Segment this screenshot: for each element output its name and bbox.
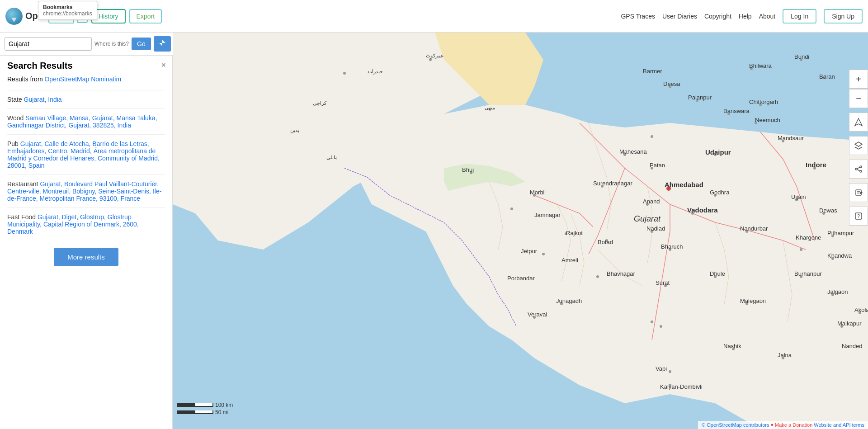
- copyright-link[interactable]: Copyright: [704, 13, 731, 20]
- directions-button[interactable]: [154, 36, 171, 52]
- svg-point-52: [822, 76, 825, 79]
- result-type: Restaurant: [7, 180, 40, 188]
- osm-attribution-link[interactable]: © OpenStreetMap contributors: [702, 422, 769, 428]
- export-button[interactable]: Export: [129, 9, 162, 24]
- list-item: State Gujarat, India: [7, 90, 165, 108]
- svg-point-47: [660, 325, 662, 328]
- svg-point-55: [727, 113, 730, 115]
- donate-link[interactable]: ♥ Make a Donation: [771, 422, 813, 428]
- svg-point-22: [470, 171, 472, 174]
- result-link[interactable]: Gujarat, Calle de Atocha, Barrio de las …: [7, 140, 160, 169]
- svg-point-54: [696, 99, 698, 102]
- layers-button[interactable]: [849, 136, 868, 155]
- svg-point-120: [855, 168, 857, 170]
- svg-point-26: [782, 140, 784, 142]
- svg-line-117: [855, 147, 859, 149]
- header-right: GPS Traces User Diaries Copyright Help A…: [621, 9, 863, 24]
- close-results-button[interactable]: ×: [161, 61, 166, 70]
- signup-button[interactable]: Sign Up: [824, 9, 863, 24]
- svg-point-15: [669, 248, 671, 251]
- list-item: Restaurant Gujarat, Boulevard Paul Vaill…: [7, 174, 165, 207]
- list-item: Wood Samau Village, Mansa, Gujarat, Mans…: [7, 108, 165, 134]
- svg-point-51: [800, 58, 802, 61]
- svg-text:?: ?: [857, 213, 860, 219]
- help-link[interactable]: Help: [739, 13, 752, 20]
- result-type: Pub: [7, 140, 20, 147]
- svg-point-10: [601, 185, 604, 188]
- terms-link[interactable]: Website and API terms: [814, 422, 864, 428]
- svg-point-25: [714, 153, 717, 156]
- svg-point-33: [651, 230, 653, 233]
- bookmarks-popup-url: chrome://bookmarks: [43, 10, 92, 17]
- svg-point-56: [759, 104, 762, 106]
- svg-point-44: [782, 357, 784, 359]
- svg-point-50: [750, 67, 753, 70]
- location-button[interactable]: [849, 113, 868, 132]
- result-type: Fast Food: [7, 213, 38, 221]
- results-title: Search Results: [7, 61, 165, 71]
- svg-marker-115: [855, 118, 862, 126]
- nominatim-link[interactable]: OpenStreetMap Nominatim: [44, 75, 121, 83]
- svg-point-13: [651, 167, 653, 170]
- list-item: Fast Food Gujarat, Diget, Glostrup, Glos…: [7, 207, 165, 240]
- more-results-button[interactable]: More results: [54, 248, 118, 266]
- search-input[interactable]: [5, 37, 92, 51]
- results-panel: × Search Results Results from OpenStreet…: [0, 54, 173, 429]
- gps-traces-link[interactable]: GPS Traces: [621, 13, 655, 20]
- results-source: Results from OpenStreetMap Nominatim: [7, 75, 165, 83]
- user-diaries-link[interactable]: User Diaries: [662, 13, 697, 20]
- svg-point-19: [560, 302, 563, 305]
- results-source-prefix: Results from: [7, 75, 44, 83]
- svg-marker-116: [855, 142, 862, 146]
- svg-point-28: [714, 194, 717, 197]
- svg-point-46: [669, 384, 671, 387]
- bookmarks-popup-title: Bookmarks: [43, 4, 92, 10]
- svg-point-29: [795, 198, 798, 201]
- where-is-this-link[interactable]: Where is this?: [94, 41, 129, 47]
- svg-point-27: [813, 167, 816, 170]
- scale-100km: 100 km: [215, 402, 233, 408]
- svg-line-123: [857, 170, 860, 171]
- header: Ope Bookmarks chrome://bookmarks Edit ▾ …: [0, 0, 868, 33]
- svg-point-42: [859, 311, 861, 314]
- bookmarks-popup: Bookmarks chrome://bookmarks: [38, 1, 97, 20]
- map-area[interactable]: کراچی حيدرآباد عمرکوٹ بدین مانلی متھی Ba…: [173, 33, 868, 429]
- svg-point-21: [510, 207, 513, 210]
- svg-point-57: [651, 135, 653, 138]
- svg-point-32: [605, 239, 608, 242]
- help-button[interactable]: ?: [849, 207, 868, 226]
- scale-bar: 100 km 50 mi: [177, 402, 233, 415]
- svg-point-30: [822, 212, 825, 215]
- svg-line-118: [859, 147, 862, 149]
- result-link[interactable]: Gujarat, India: [24, 96, 62, 103]
- svg-point-121: [860, 170, 862, 172]
- svg-point-31: [831, 235, 834, 237]
- note-button[interactable]: [849, 183, 868, 202]
- share-button[interactable]: [849, 160, 868, 179]
- svg-point-41: [840, 325, 843, 328]
- svg-point-8: [533, 194, 536, 197]
- svg-point-40: [831, 293, 834, 296]
- attribution: © OpenStreetMap contributors ♥ Make a Do…: [698, 421, 868, 429]
- list-item: Pub Gujarat, Calle de Atocha, Barrio de …: [7, 134, 165, 174]
- login-button[interactable]: Log In: [783, 9, 816, 24]
- svg-point-14: [623, 153, 626, 156]
- svg-point-16: [664, 284, 667, 287]
- zoom-in-button[interactable]: +: [849, 70, 868, 89]
- svg-point-37: [714, 275, 717, 278]
- app-logo-icon: [5, 8, 23, 25]
- result-link[interactable]: Samau Village, Mansa, Gujarat, Mansa Tal…: [7, 114, 157, 129]
- about-link[interactable]: About: [759, 13, 776, 20]
- svg-point-20: [542, 253, 545, 255]
- result-type: Wood: [7, 114, 25, 122]
- svg-point-36: [831, 257, 834, 260]
- zoom-out-button[interactable]: −: [849, 89, 868, 108]
- logo-area: Ope: [5, 8, 43, 25]
- svg-point-17: [651, 321, 653, 323]
- svg-point-11: [646, 203, 649, 206]
- map-controls: + −: [849, 70, 868, 226]
- svg-point-53: [669, 85, 671, 88]
- go-button[interactable]: Go: [132, 38, 151, 50]
- svg-point-18: [596, 275, 599, 278]
- svg-line-122: [857, 167, 860, 169]
